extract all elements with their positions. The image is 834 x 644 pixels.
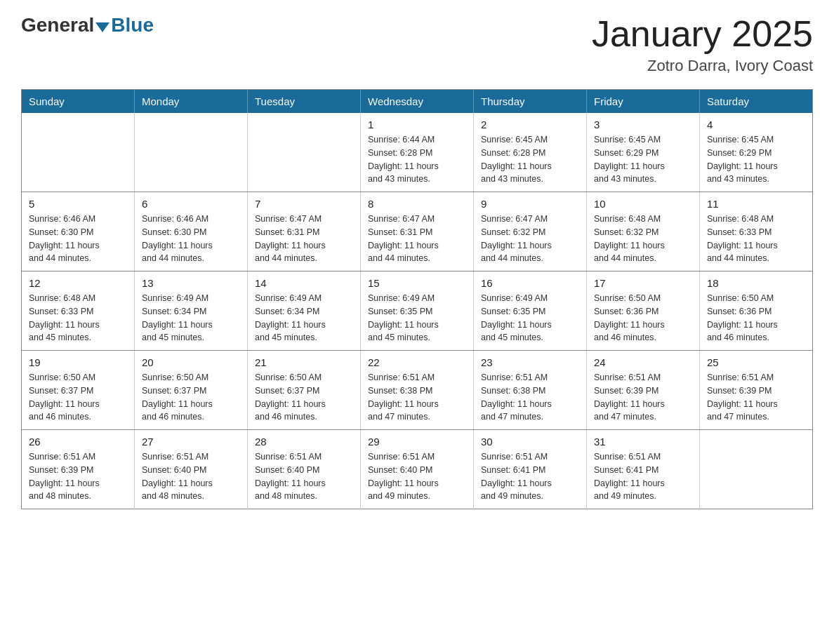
calendar-cell: 3Sunrise: 6:45 AM Sunset: 6:29 PM Daylig… [587,113,700,192]
day-number: 16 [481,277,579,289]
day-number: 18 [707,277,805,289]
day-number: 29 [368,436,466,448]
day-number: 2 [481,119,579,130]
day-info: Sunrise: 6:51 AM Sunset: 6:39 PM Dayligh… [594,371,692,424]
day-info: Sunrise: 6:51 AM Sunset: 6:39 PM Dayligh… [707,371,805,424]
day-number: 12 [29,277,127,289]
day-info: Sunrise: 6:47 AM Sunset: 6:31 PM Dayligh… [255,213,353,265]
day-number: 15 [368,277,466,289]
day-number: 23 [481,356,579,368]
day-number: 21 [255,356,353,368]
day-info: Sunrise: 6:51 AM Sunset: 6:38 PM Dayligh… [368,371,466,424]
calendar-cell: 13Sunrise: 6:49 AM Sunset: 6:34 PM Dayli… [135,271,248,351]
day-number: 27 [142,436,240,448]
calendar-cell: 21Sunrise: 6:50 AM Sunset: 6:37 PM Dayli… [248,351,361,430]
day-number: 22 [368,356,466,368]
calendar-cell: 17Sunrise: 6:50 AM Sunset: 6:36 PM Dayli… [587,271,700,351]
calendar-cell: 29Sunrise: 6:51 AM Sunset: 6:40 PM Dayli… [361,430,474,509]
calendar-week-5: 26Sunrise: 6:51 AM Sunset: 6:39 PM Dayli… [22,430,813,509]
calendar-header: SundayMondayTuesdayWednesdayThursdayFrid… [22,90,813,114]
calendar-cell: 5Sunrise: 6:46 AM Sunset: 6:30 PM Daylig… [22,192,135,271]
calendar-cell: 30Sunrise: 6:51 AM Sunset: 6:41 PM Dayli… [474,430,587,509]
calendar-cell: 25Sunrise: 6:51 AM Sunset: 6:39 PM Dayli… [700,351,813,430]
day-info: Sunrise: 6:50 AM Sunset: 6:37 PM Dayligh… [255,371,353,424]
day-number: 14 [255,277,353,289]
day-number: 26 [29,436,127,448]
day-headers-row: SundayMondayTuesdayWednesdayThursdayFrid… [22,90,813,114]
day-header-thursday: Thursday [474,90,587,114]
day-number: 30 [481,436,579,448]
day-info: Sunrise: 6:49 AM Sunset: 6:34 PM Dayligh… [142,292,240,344]
calendar-week-4: 19Sunrise: 6:50 AM Sunset: 6:37 PM Dayli… [22,351,813,430]
day-header-monday: Monday [135,90,248,114]
day-number: 11 [707,198,805,210]
calendar-cell: 15Sunrise: 6:49 AM Sunset: 6:35 PM Dayli… [361,271,474,351]
day-number: 20 [142,356,240,368]
day-info: Sunrise: 6:45 AM Sunset: 6:29 PM Dayligh… [594,133,692,186]
logo-blue-text: Blue [111,14,154,36]
title-block: January 2025 Zotro Darra, Ivory Coast [592,14,813,75]
calendar-cell [248,113,361,192]
day-info: Sunrise: 6:51 AM Sunset: 6:40 PM Dayligh… [368,450,466,503]
calendar-cell: 16Sunrise: 6:49 AM Sunset: 6:35 PM Dayli… [474,271,587,351]
calendar-cell: 23Sunrise: 6:51 AM Sunset: 6:38 PM Dayli… [474,351,587,430]
day-info: Sunrise: 6:50 AM Sunset: 6:37 PM Dayligh… [142,371,240,424]
day-info: Sunrise: 6:48 AM Sunset: 6:32 PM Dayligh… [594,213,692,265]
calendar-cell [135,113,248,192]
day-info: Sunrise: 6:51 AM Sunset: 6:41 PM Dayligh… [594,450,692,503]
day-header-saturday: Saturday [700,90,813,114]
calendar-week-1: 1Sunrise: 6:44 AM Sunset: 6:28 PM Daylig… [22,113,813,192]
day-info: Sunrise: 6:48 AM Sunset: 6:33 PM Dayligh… [29,292,127,344]
calendar-cell: 12Sunrise: 6:48 AM Sunset: 6:33 PM Dayli… [22,271,135,351]
day-header-sunday: Sunday [22,90,135,114]
day-header-wednesday: Wednesday [361,90,474,114]
day-number: 25 [707,356,805,368]
day-number: 31 [594,436,692,448]
calendar-cell: 27Sunrise: 6:51 AM Sunset: 6:40 PM Dayli… [135,430,248,509]
day-info: Sunrise: 6:50 AM Sunset: 6:37 PM Dayligh… [29,371,127,424]
calendar-cell: 14Sunrise: 6:49 AM Sunset: 6:34 PM Dayli… [248,271,361,351]
day-number: 24 [594,356,692,368]
calendar-cell: 1Sunrise: 6:44 AM Sunset: 6:28 PM Daylig… [361,113,474,192]
day-number: 28 [255,436,353,448]
calendar-cell: 19Sunrise: 6:50 AM Sunset: 6:37 PM Dayli… [22,351,135,430]
calendar-table: SundayMondayTuesdayWednesdayThursdayFrid… [21,89,813,509]
location-text: Zotro Darra, Ivory Coast [592,57,813,75]
calendar-cell: 6Sunrise: 6:46 AM Sunset: 6:30 PM Daylig… [135,192,248,271]
calendar-body: 1Sunrise: 6:44 AM Sunset: 6:28 PM Daylig… [22,113,813,509]
day-info: Sunrise: 6:45 AM Sunset: 6:28 PM Dayligh… [481,133,579,186]
calendar-cell: 9Sunrise: 6:47 AM Sunset: 6:32 PM Daylig… [474,192,587,271]
day-number: 13 [142,277,240,289]
day-number: 19 [29,356,127,368]
calendar-cell: 7Sunrise: 6:47 AM Sunset: 6:31 PM Daylig… [248,192,361,271]
calendar-cell: 28Sunrise: 6:51 AM Sunset: 6:40 PM Dayli… [248,430,361,509]
calendar-cell [22,113,135,192]
day-info: Sunrise: 6:44 AM Sunset: 6:28 PM Dayligh… [368,133,466,186]
day-info: Sunrise: 6:51 AM Sunset: 6:38 PM Dayligh… [481,371,579,424]
day-number: 1 [368,119,466,130]
day-info: Sunrise: 6:47 AM Sunset: 6:31 PM Dayligh… [368,213,466,265]
day-info: Sunrise: 6:51 AM Sunset: 6:41 PM Dayligh… [481,450,579,503]
day-info: Sunrise: 6:49 AM Sunset: 6:34 PM Dayligh… [255,292,353,344]
calendar-week-3: 12Sunrise: 6:48 AM Sunset: 6:33 PM Dayli… [22,271,813,351]
day-number: 9 [481,198,579,210]
logo-arrow-icon [95,22,110,32]
calendar-cell: 2Sunrise: 6:45 AM Sunset: 6:28 PM Daylig… [474,113,587,192]
day-info: Sunrise: 6:46 AM Sunset: 6:30 PM Dayligh… [142,213,240,265]
day-number: 5 [29,198,127,210]
day-number: 6 [142,198,240,210]
day-number: 7 [255,198,353,210]
day-info: Sunrise: 6:46 AM Sunset: 6:30 PM Dayligh… [29,213,127,265]
day-info: Sunrise: 6:49 AM Sunset: 6:35 PM Dayligh… [481,292,579,344]
calendar-cell: 11Sunrise: 6:48 AM Sunset: 6:33 PM Dayli… [700,192,813,271]
calendar-cell: 10Sunrise: 6:48 AM Sunset: 6:32 PM Dayli… [587,192,700,271]
day-info: Sunrise: 6:47 AM Sunset: 6:32 PM Dayligh… [481,213,579,265]
calendar-week-2: 5Sunrise: 6:46 AM Sunset: 6:30 PM Daylig… [22,192,813,271]
day-number: 3 [594,119,692,130]
calendar-cell: 20Sunrise: 6:50 AM Sunset: 6:37 PM Dayli… [135,351,248,430]
day-info: Sunrise: 6:48 AM Sunset: 6:33 PM Dayligh… [707,213,805,265]
day-header-tuesday: Tuesday [248,90,361,114]
logo: General Blue [21,14,154,36]
day-number: 10 [594,198,692,210]
page-header: General Blue January 2025 Zotro Darra, I… [21,14,813,75]
